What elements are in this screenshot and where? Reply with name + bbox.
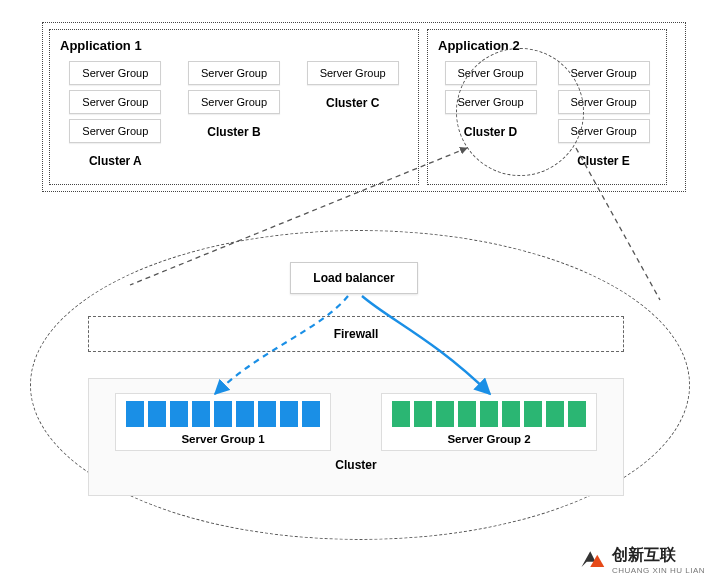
instance-block <box>546 401 564 427</box>
cluster-a-label: Cluster A <box>89 154 142 168</box>
instance-block <box>458 401 476 427</box>
instance-block <box>524 401 542 427</box>
detail-cluster-label: Cluster <box>89 458 623 472</box>
app1-clusters: Server Group Server Group Server Group C… <box>60 61 408 168</box>
cluster-d: Server Group Server Group Cluster D <box>438 61 543 168</box>
application-1-title: Application 1 <box>60 38 408 53</box>
server-group-chip: Server Group <box>188 90 280 114</box>
instance-block <box>568 401 586 427</box>
instance-block <box>170 401 188 427</box>
load-balancer-box: Load balancer <box>290 262 418 294</box>
instance-block <box>392 401 410 427</box>
instance-block <box>126 401 144 427</box>
server-group-chip: Server Group <box>558 61 650 85</box>
instance-block <box>148 401 166 427</box>
server-group-chip: Server Group <box>69 61 161 85</box>
application-2: Application 2 Server Group Server Group … <box>427 29 667 185</box>
cluster-e: Server Group Server Group Server Group C… <box>551 61 656 168</box>
firewall-label: Firewall <box>334 327 379 341</box>
instance-block <box>214 401 232 427</box>
server-group-chip: Server Group <box>558 119 650 143</box>
instance-block <box>414 401 432 427</box>
server-group-1: Server Group 1 <box>115 393 331 451</box>
instance-block <box>236 401 254 427</box>
instance-block <box>192 401 210 427</box>
instance-block <box>502 401 520 427</box>
watermark: 创新互联 CHUANG XIN HU LIAN <box>578 545 705 575</box>
server-group-chip: Server Group <box>445 61 537 85</box>
cluster-b: Server Group Server Group Cluster B <box>179 61 290 168</box>
applications-row: Application 1 Server Group Server Group … <box>49 29 679 185</box>
app2-clusters: Server Group Server Group Cluster D Serv… <box>438 61 656 168</box>
cluster-c: Server Group Cluster C <box>297 61 408 168</box>
firewall-box: Firewall <box>88 316 624 352</box>
watermark-logo-icon <box>578 546 606 574</box>
server-group-2-label: Server Group 2 <box>447 433 530 445</box>
instance-block <box>436 401 454 427</box>
instance-block <box>480 401 498 427</box>
cluster-c-label: Cluster C <box>326 96 379 110</box>
server-group-2-instances <box>392 401 586 427</box>
detail-server-groups: Server Group 1 Server Group 2 <box>89 379 623 457</box>
cluster-d-label: Cluster D <box>464 125 517 139</box>
server-group-1-instances <box>126 401 320 427</box>
cluster-b-label: Cluster B <box>207 125 260 139</box>
instance-block <box>258 401 276 427</box>
applications-container: Application 1 Server Group Server Group … <box>42 22 686 192</box>
server-group-chip: Server Group <box>69 90 161 114</box>
server-group-chip: Server Group <box>558 90 650 114</box>
server-group-1-label: Server Group 1 <box>181 433 264 445</box>
server-group-2: Server Group 2 <box>381 393 597 451</box>
detail-cluster: Server Group 1 Server Group 2 Cluster <box>88 378 624 496</box>
application-2-title: Application 2 <box>438 38 656 53</box>
server-group-chip: Server Group <box>307 61 399 85</box>
application-1: Application 1 Server Group Server Group … <box>49 29 419 185</box>
cluster-a: Server Group Server Group Server Group C… <box>60 61 171 168</box>
instance-block <box>302 401 320 427</box>
server-group-chip: Server Group <box>188 61 280 85</box>
server-group-chip: Server Group <box>445 90 537 114</box>
cluster-e-label: Cluster E <box>577 154 630 168</box>
instance-block <box>280 401 298 427</box>
server-group-chip: Server Group <box>69 119 161 143</box>
watermark-text: 创新互联 CHUANG XIN HU LIAN <box>612 545 705 575</box>
